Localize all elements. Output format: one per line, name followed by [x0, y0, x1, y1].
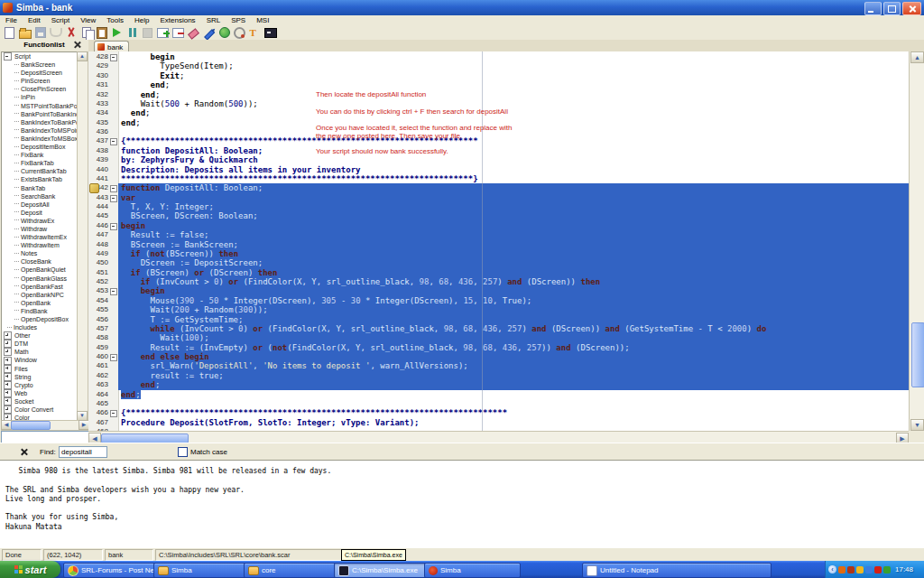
tree-item-inpin[interactable]: InPin — [9, 93, 79, 101]
tree-item-web[interactable]: Web — [2, 389, 79, 397]
fold-collapse-icon[interactable] — [110, 354, 117, 361]
menu-msi[interactable]: MSI — [251, 16, 274, 24]
debug-output[interactable]: Simba 980 is the latest Simba. Simba 981… — [0, 460, 924, 556]
tree-item-findbank[interactable]: FindBank — [9, 307, 79, 315]
tree-item-openbankfast[interactable]: OpenBankFast — [9, 283, 79, 291]
close-tab-icon[interactable] — [171, 26, 186, 39]
paste-icon[interactable] — [94, 26, 109, 39]
tree-item-crypto[interactable]: Crypto — [2, 381, 79, 389]
tree-item-depositall[interactable]: DepositAll — [9, 200, 79, 209]
start-button[interactable]: start — [0, 561, 60, 578]
menu-view[interactable]: View — [75, 16, 101, 24]
menu-edit[interactable]: Edit — [23, 16, 46, 24]
tree-item-withdrawex[interactable]: WithdrawEx — [9, 217, 79, 225]
menu-file[interactable]: File — [0, 16, 23, 24]
tree-item-currentbanktab[interactable]: CurrentBankTab — [9, 167, 79, 175]
tree-item-script[interactable]: Script — [2, 52, 79, 61]
new-file-icon[interactable] — [2, 26, 17, 39]
menu-srl[interactable]: SRL — [201, 16, 226, 24]
fold-collapse-icon[interactable] — [110, 223, 117, 230]
scroll-thumb[interactable] — [101, 434, 189, 443]
tray-app1-icon[interactable] — [838, 566, 845, 573]
fold-collapse-icon[interactable] — [110, 54, 117, 61]
tree-item-color-convert[interactable]: Color Convert — [2, 406, 79, 414]
tree-item-bankscreen[interactable]: BankScreen — [9, 61, 79, 69]
selector-icon[interactable] — [217, 26, 232, 39]
open-file-icon[interactable] — [17, 26, 32, 39]
task-simba[interactable]: Simba — [153, 563, 250, 578]
menu-extensions[interactable]: Extensions — [154, 16, 200, 24]
task-untitled-notepad[interactable]: Untitled - Notepad — [582, 563, 772, 578]
tray-media-icon[interactable] — [883, 566, 891, 573]
tree-item-deposit[interactable]: Deposit — [9, 209, 79, 217]
scroll-down-icon[interactable]: ▼ — [910, 419, 924, 431]
fold-collapse-icon[interactable] — [110, 195, 117, 202]
code-editor[interactable]: 428 begin429 TypeSend(Item);430 Exit;431… — [88, 51, 909, 431]
editor-vscrollbar[interactable]: ▲ ▼ — [909, 51, 924, 431]
function-tree-hscrollbar[interactable]: ◀ ▶ — [1, 420, 89, 431]
tree-item-bankindextomsbox[interactable]: BankIndexToMSBox — [9, 135, 79, 143]
tree-item-closebank[interactable]: CloseBank — [9, 257, 79, 266]
find-input[interactable] — [59, 446, 107, 458]
menu-help[interactable]: Help — [129, 16, 154, 24]
plugins-icon[interactable] — [232, 26, 247, 39]
fold-collapse-icon[interactable] — [110, 185, 117, 192]
revert-icon[interactable] — [48, 26, 63, 39]
text-tool-icon[interactable]: T — [247, 26, 263, 39]
tray-security-shield-icon[interactable] — [856, 566, 864, 573]
tree-item-withdrawitem[interactable]: WithdrawItem — [9, 241, 79, 249]
tree-item-window[interactable]: Window — [2, 356, 79, 364]
tree-item-banktab[interactable]: BankTab — [9, 184, 79, 192]
task-core[interactable]: core — [244, 563, 340, 578]
scroll-thumb[interactable] — [911, 322, 924, 387]
fold-collapse-icon[interactable] — [110, 138, 117, 145]
pause-icon[interactable] — [125, 26, 140, 39]
tree-item-openbank[interactable]: OpenBank — [9, 299, 79, 307]
menu-script[interactable]: Script — [46, 16, 75, 24]
tray-simba-icon[interactable] — [874, 566, 882, 573]
tree-item-notes[interactable]: Notes — [9, 249, 79, 257]
tree-item-searchbank[interactable]: SearchBank — [9, 192, 79, 200]
scroll-up-icon[interactable]: ▲ — [77, 51, 88, 61]
tray-display-icon[interactable] — [865, 566, 873, 573]
tree-item-existsbanktab[interactable]: ExistsBankTab — [9, 175, 79, 183]
task-srl-forums-post-ne-[interactable]: SRL-Forums - Post Ne... — [63, 563, 160, 578]
clear-debug-icon[interactable] — [186, 26, 201, 39]
tree-item-math[interactable]: Math — [2, 348, 79, 356]
tree-item-bankpointtobankinc[interactable]: BankPointToBankInc — [9, 110, 79, 118]
tree-item-other[interactable]: Other — [2, 331, 79, 340]
tree-item-openbankquiet[interactable]: OpenBankQuiet — [9, 266, 79, 274]
fold-collapse-icon[interactable] — [110, 410, 117, 417]
function-tree[interactable]: ScriptBankScreenDepositScreenPinScreenCl… — [1, 51, 79, 421]
tree-item-includes[interactable]: Includes — [2, 323, 79, 331]
fold-collapse-icon[interactable] — [110, 288, 117, 295]
tree-item-dtm[interactable]: DTM — [2, 340, 79, 348]
close-button[interactable] — [902, 2, 921, 15]
tree-item-bankindextomspoin[interactable]: BankIndexToMSPoin — [9, 126, 79, 135]
tree-item-openbankglass[interactable]: OpenBankGlass — [9, 275, 79, 283]
task-c-simba-simba-exe[interactable]: C:\Simba\Simba.exe — [334, 563, 430, 578]
tree-item-closepinscreen[interactable]: ClosePinScreen — [9, 85, 79, 93]
tree-item-string[interactable]: String — [2, 373, 79, 381]
tree-item-socket[interactable]: Socket — [2, 397, 79, 406]
console-icon[interactable] — [263, 26, 278, 39]
tree-item-withdrawitemex[interactable]: WithdrawItemEx — [9, 233, 79, 241]
task-simba[interactable]: Simba — [424, 563, 521, 578]
add-tab-icon[interactable] — [155, 26, 171, 39]
hidden-icons-chevron[interactable]: ‹ — [828, 565, 836, 573]
stop-icon[interactable] — [140, 26, 155, 39]
title-bar[interactable]: Simba - bank — [0, 0, 924, 15]
tree-item-pinscreen[interactable]: PinScreen — [9, 77, 79, 85]
menu-tools[interactable]: Tools — [101, 16, 129, 24]
tree-item-withdraw[interactable]: Withdraw — [9, 225, 79, 233]
tree-item-files[interactable]: Files — [2, 365, 79, 373]
tree-item-openbanknpc[interactable]: OpenBankNPC — [9, 291, 79, 299]
tray-app2-icon[interactable] — [847, 566, 855, 573]
cut-icon[interactable] — [63, 26, 79, 39]
minimize-button[interactable] — [864, 2, 882, 15]
tree-item-opendepositbox[interactable]: OpenDepositBox — [9, 315, 79, 323]
function-tree-vscrollbar[interactable]: ▲ ▼ — [77, 51, 88, 421]
scroll-thumb[interactable] — [11, 421, 51, 430]
scroll-up-icon[interactable]: ▲ — [910, 51, 924, 63]
tree-item-deposititembox[interactable]: DepositItemBox — [9, 143, 79, 151]
